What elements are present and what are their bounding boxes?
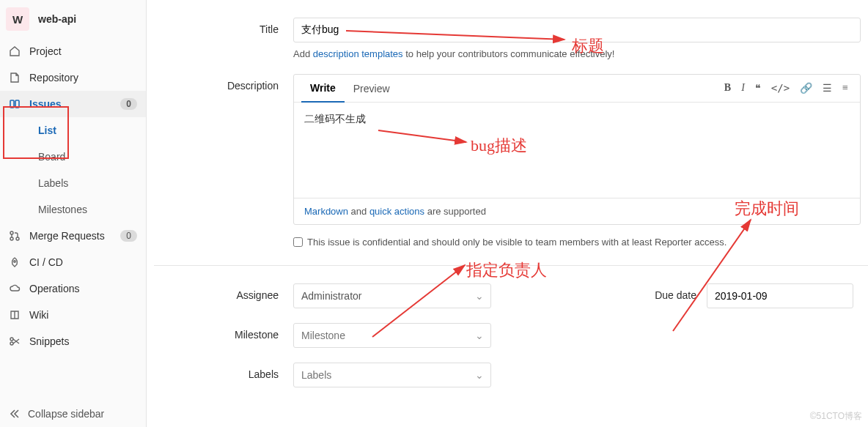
description-templates-link[interactable]: description templates — [313, 48, 403, 59]
due-date-label: Due date — [648, 283, 707, 301]
nav-label: Snippets — [29, 335, 137, 347]
subnav-list[interactable]: List — [29, 117, 146, 144]
nav-project[interactable]: Project — [0, 38, 146, 64]
nav-label: CI / CD — [29, 256, 137, 268]
svg-point-7 — [10, 342, 13, 345]
due-date-input[interactable] — [707, 283, 853, 308]
watermark: ©51CTO博客 — [810, 410, 862, 423]
nav-label: Issues — [29, 98, 111, 110]
labels-select[interactable] — [293, 363, 491, 387]
book-icon — [9, 309, 21, 321]
collapse-label: Collapse sidebar — [28, 408, 104, 420]
svg-point-3 — [10, 237, 13, 240]
svg-point-4 — [16, 237, 19, 240]
nav-label: Operations — [29, 283, 137, 294]
cloud-icon — [9, 283, 21, 294]
assignee-label: Assignee — [154, 283, 293, 308]
nav-label: Merge Requests — [29, 230, 111, 242]
merge-icon — [9, 230, 21, 242]
quick-actions-link[interactable]: quick actions — [369, 206, 424, 217]
project-name: web-api — [38, 13, 76, 25]
editor-toolbar: B I ❝ </> 🔗 ☰ ≡ — [724, 82, 853, 94]
rocket-icon — [9, 256, 21, 268]
milestone-select[interactable] — [293, 323, 491, 348]
quote-icon[interactable]: ❝ — [755, 82, 761, 94]
confidential-label: This issue is confidential and should on… — [307, 237, 727, 248]
nav-repository[interactable]: Repository — [0, 64, 146, 91]
subnav-labels[interactable]: Labels — [29, 170, 146, 196]
nav-label: Project — [29, 45, 137, 57]
subnav-board[interactable]: Board — [29, 144, 146, 170]
project-header[interactable]: W web-api — [0, 0, 146, 38]
nav-merge-requests[interactable]: Merge Requests 0 — [0, 223, 146, 249]
subnav-milestones[interactable]: Milestones — [29, 196, 146, 223]
confidential-checkbox[interactable] — [293, 237, 303, 247]
description-editor: Write Preview B I ❝ </> 🔗 ☰ ≡ 二维码不生成 — [293, 74, 861, 225]
assignee-select[interactable] — [293, 283, 491, 308]
project-avatar: W — [6, 7, 29, 31]
main-content: Title Add description templates to help … — [154, 0, 868, 427]
divider — [154, 265, 868, 266]
markdown-link[interactable]: Markdown — [304, 206, 348, 217]
svg-point-5 — [14, 261, 15, 262]
mr-badge: 0 — [120, 230, 137, 242]
nav-label: Repository — [29, 72, 137, 83]
bullet-list-icon[interactable]: ☰ — [823, 82, 832, 94]
tab-write[interactable]: Write — [301, 75, 345, 103]
issues-badge: 0 — [120, 98, 137, 110]
editor-footer: Markdown and quick actions are supported — [294, 198, 860, 224]
svg-rect-1 — [15, 100, 19, 108]
nav-snippets[interactable]: Snippets — [0, 328, 146, 354]
title-label: Title — [154, 18, 293, 59]
title-helper: Add description templates to help your c… — [293, 48, 861, 59]
file-icon — [9, 72, 21, 83]
code-icon[interactable]: </> — [771, 82, 790, 94]
title-input[interactable] — [293, 18, 861, 42]
issues-subnav: List Board Labels Milestones — [0, 117, 146, 223]
description-label: Description — [154, 74, 293, 248]
link-icon[interactable]: 🔗 — [800, 82, 812, 94]
tab-preview[interactable]: Preview — [345, 75, 399, 102]
description-textarea[interactable]: 二维码不生成 — [294, 103, 860, 198]
bold-icon[interactable]: B — [724, 82, 731, 94]
svg-point-6 — [10, 338, 13, 341]
milestone-label: Milestone — [154, 323, 293, 348]
nav-wiki[interactable]: Wiki — [0, 302, 146, 328]
collapse-sidebar[interactable]: Collapse sidebar — [0, 401, 147, 427]
svg-point-2 — [10, 231, 13, 234]
issues-icon — [9, 98, 21, 110]
numbered-list-icon[interactable]: ≡ — [842, 82, 848, 94]
scissors-icon — [9, 335, 21, 347]
svg-rect-0 — [10, 100, 14, 108]
labels-label: Labels — [154, 363, 293, 387]
nav-operations[interactable]: Operations — [0, 275, 146, 302]
chevrons-left-icon — [9, 408, 21, 420]
nav-cicd[interactable]: CI / CD — [0, 249, 146, 275]
nav-issues[interactable]: Issues 0 — [0, 91, 146, 117]
italic-icon[interactable]: I — [741, 82, 745, 94]
home-icon — [9, 45, 21, 57]
nav-label: Wiki — [29, 309, 137, 321]
sidebar: W web-api Project Repository Issues 0 Li… — [0, 0, 147, 427]
